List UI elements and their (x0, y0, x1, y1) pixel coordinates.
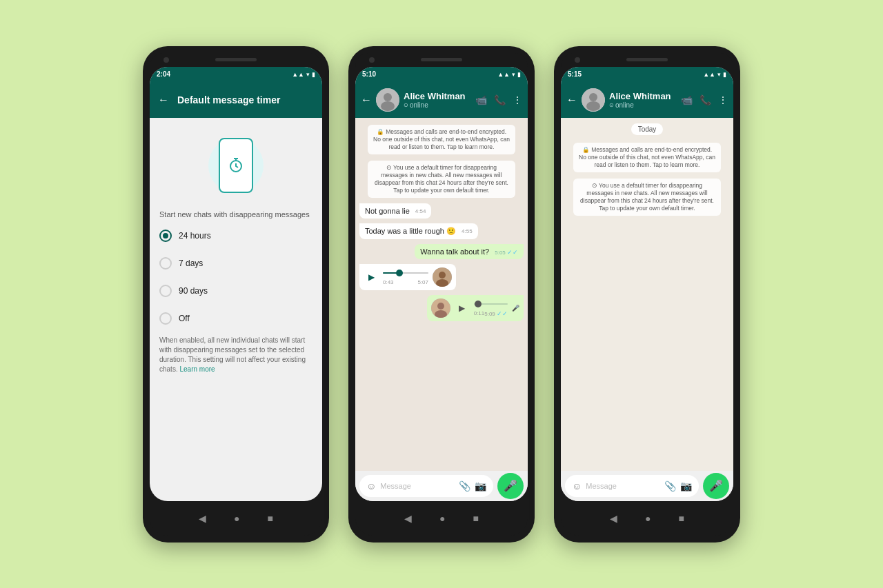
phone-inner-3: 5:15 ▲▲ ▾ ▮ ← Alice Whitm (561, 67, 733, 501)
radio-label-24h: 24 hours (179, 231, 211, 241)
call-icon-3[interactable]: 📞 (700, 94, 711, 105)
radio-circle-7d[interactable] (159, 257, 172, 270)
status-timer-icon-2: ⊙ (404, 102, 408, 108)
voice-avatar-svg (433, 267, 452, 287)
status-icons-2: ▲▲ ▾ ▮ (497, 71, 521, 78)
bubble-2-4: ▶ 0:43 5:07 (359, 264, 456, 290)
chat-area-3: Today 🔒 Messages and calls are end-to-en… (561, 118, 733, 471)
radio-option-90d[interactable]: 90 days (159, 281, 312, 301)
home-nav-btn-2[interactable]: ● (439, 513, 445, 524)
battery-icon-1: ▮ (312, 71, 315, 78)
msg-row-2-5: ▶ 0:11 5:09 ✓✓ 🎤 (359, 295, 524, 321)
video-call-icon-3[interactable]: 📹 (681, 94, 693, 105)
battery-icon-2: ▮ (517, 71, 521, 78)
waveform-bar-2-5 (474, 299, 508, 309)
emoji-icon-2[interactable]: ☺ (366, 480, 376, 491)
radio-circle-off[interactable] (159, 312, 172, 325)
msg-row-2-1: Not gonna lie 4:54 (359, 203, 524, 219)
contact-avatar-2 (376, 88, 399, 112)
recent-nav-btn-1[interactable]: ■ (268, 513, 273, 524)
chat-header-3: ← Alice Whitman ⊙ online 📹 (561, 82, 733, 118)
mic-btn-3[interactable]: 🎤 (703, 473, 729, 499)
radio-option-7d[interactable]: 7 days (159, 253, 312, 274)
phone-1: 2:04 ▲▲ ▾ ▮ ← Default message timer (143, 46, 329, 543)
date-badge-3: Today (631, 123, 664, 135)
contact-info-2: Alice Whitman ⊙ online (404, 91, 471, 109)
phone-bottom-1: ◀ ● ■ (150, 501, 322, 536)
bubble-time-2-2: 4:55 (462, 228, 473, 234)
svg-point-2 (384, 93, 392, 101)
camera-icon-3[interactable]: 📷 (680, 480, 692, 491)
wifi-icon-1: ▾ (306, 71, 310, 78)
phone-top-bar-2 (355, 53, 528, 67)
emoji-icon-3[interactable]: ☺ (572, 480, 582, 491)
phone-speaker-2 (421, 58, 462, 61)
voice-meta-2-4: 0:43 5:07 (383, 279, 428, 285)
back-button-1[interactable]: ← (158, 94, 169, 106)
radio-option-24h[interactable]: 24 hours (159, 225, 312, 246)
phone-camera-2 (369, 57, 375, 63)
phone-2: 5:10 ▲▲ ▾ ▮ ← Alice Whitm (348, 46, 535, 543)
phone-speaker-1 (215, 58, 257, 61)
home-nav-btn-3[interactable]: ● (645, 513, 651, 524)
status-time-3: 5:15 (568, 70, 582, 78)
avatar-svg-2 (376, 88, 399, 112)
camera-icon-2[interactable]: 📷 (475, 480, 486, 491)
recent-nav-btn-2[interactable]: ■ (473, 513, 479, 524)
back-nav-btn-1[interactable]: ◀ (199, 513, 206, 524)
contact-status-3: ⊙ online (609, 101, 677, 109)
msg-input-field-3[interactable]: ☺ Message 📎 📷 (565, 475, 699, 497)
phone-inner-1: 2:04 ▲▲ ▾ ▮ ← Default message timer (150, 67, 322, 501)
contact-name-2: Alice Whitman (404, 91, 471, 101)
radio-circle-24h[interactable] (159, 230, 172, 242)
radio-circle-90d[interactable] (159, 285, 172, 297)
ticks-2-5: ✓✓ (497, 310, 508, 317)
back-button-2[interactable]: ← (361, 94, 372, 106)
phones-container: 2:04 ▲▲ ▾ ▮ ← Default message timer (129, 32, 754, 556)
msg-input-bar-3: ☺ Message 📎 📷 🎤 (561, 471, 733, 501)
msg-row-2-3: Wanna talk about it? 5:05 ✓✓ (359, 244, 524, 259)
status-time-1: 2:04 (157, 70, 170, 78)
radio-option-off[interactable]: Off (159, 308, 312, 329)
system-msg-3-2: ⊙ You use a default timer for disappeari… (573, 179, 721, 216)
call-icon-2[interactable]: 📞 (494, 94, 506, 105)
back-nav-btn-2[interactable]: ◀ (404, 513, 412, 524)
svg-point-12 (586, 101, 600, 111)
svg-point-8 (437, 303, 444, 310)
radio-label-90d: 90 days (179, 286, 208, 296)
home-nav-btn-1[interactable]: ● (234, 513, 239, 524)
signal-icon-1: ▲▲ (292, 71, 304, 78)
more-options-icon-3[interactable]: ⋮ (718, 94, 728, 105)
voice-time-2-4: 5:07 (417, 279, 428, 285)
header-actions-3: 📹 📞 ⋮ (681, 94, 728, 105)
status-time-2: 5:10 (362, 70, 376, 78)
bubble-2-3: Wanna talk about it? 5:05 ✓✓ (415, 244, 524, 259)
play-btn-2-5[interactable]: ▶ (455, 301, 470, 316)
recent-nav-btn-3[interactable]: ■ (679, 513, 684, 524)
voice-duration-2-5: 0:11 (474, 310, 485, 317)
attach-icon-2[interactable]: 📎 (459, 480, 470, 491)
wifi-icon-3: ▾ (717, 71, 721, 78)
wifi-icon-2: ▾ (512, 71, 515, 78)
contact-name-3: Alice Whitman (609, 91, 677, 101)
ticks-2-3: ✓✓ (507, 249, 518, 256)
back-button-3[interactable]: ← (566, 94, 577, 106)
play-btn-2-4[interactable]: ▶ (364, 270, 379, 285)
settings-subtitle: Start new chats with disappearing messag… (159, 210, 312, 219)
voice-avatar-svg-2 (431, 298, 450, 318)
bubble-text-2-3: Wanna talk about it? (420, 247, 489, 256)
msg-input-field-2[interactable]: ☺ Message 📎 📷 (359, 475, 493, 497)
bubble-2-5: ▶ 0:11 5:09 ✓✓ 🎤 (427, 295, 524, 321)
mic-btn-2[interactable]: 🎤 (497, 473, 524, 499)
video-call-icon-2[interactable]: 📹 (475, 94, 487, 105)
bubble-time-2-3: 5:05 ✓✓ (495, 249, 518, 256)
header-actions-2: 📹 📞 ⋮ (475, 94, 522, 105)
back-nav-btn-3[interactable]: ◀ (610, 513, 617, 524)
more-options-icon-2[interactable]: ⋮ (513, 94, 522, 105)
learn-more-link[interactable]: Learn more (179, 365, 215, 373)
bubble-time-2-1: 4:54 (415, 208, 426, 214)
input-placeholder-3: Message (586, 482, 660, 490)
status-icons-1: ▲▲ ▾ ▮ (292, 71, 315, 78)
attach-icon-3[interactable]: 📎 (664, 480, 676, 491)
radio-label-7d: 7 days (179, 258, 203, 268)
